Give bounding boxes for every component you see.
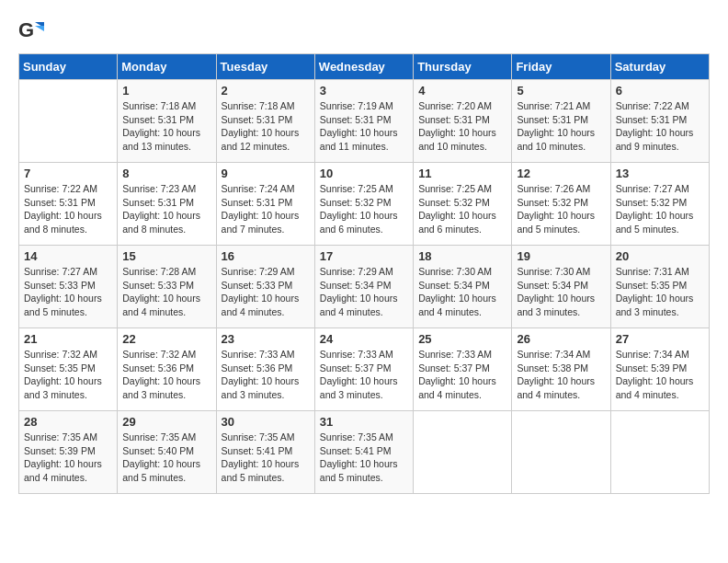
day-info: Sunrise: 7:30 AM Sunset: 5:34 PM Dayligh… xyxy=(517,265,605,319)
day-number: 4 xyxy=(418,84,506,98)
weekday-header-monday: Monday xyxy=(118,54,216,80)
day-number: 21 xyxy=(24,332,112,346)
day-number: 8 xyxy=(122,167,210,180)
day-number: 10 xyxy=(320,167,408,180)
calendar-cell: 13Sunrise: 7:27 AM Sunset: 5:32 PM Dayli… xyxy=(610,163,709,246)
day-info: Sunrise: 7:23 AM Sunset: 5:31 PM Dayligh… xyxy=(122,182,210,236)
day-number: 23 xyxy=(222,332,310,346)
calendar-cell: 14Sunrise: 7:27 AM Sunset: 5:33 PM Dayli… xyxy=(19,246,118,328)
day-number: 22 xyxy=(122,332,210,346)
day-number: 29 xyxy=(122,415,210,429)
day-info: Sunrise: 7:33 AM Sunset: 5:37 PM Dayligh… xyxy=(418,348,506,402)
calendar-cell: 10Sunrise: 7:25 AM Sunset: 5:32 PM Dayli… xyxy=(314,163,413,246)
calendar-cell: 23Sunrise: 7:33 AM Sunset: 5:36 PM Dayli… xyxy=(216,328,314,411)
page-header: G xyxy=(18,18,710,44)
day-number: 30 xyxy=(222,415,310,429)
calendar-cell: 11Sunrise: 7:25 AM Sunset: 5:32 PM Dayli… xyxy=(414,163,512,246)
day-number: 5 xyxy=(517,84,605,98)
day-info: Sunrise: 7:26 AM Sunset: 5:32 PM Dayligh… xyxy=(517,182,605,236)
calendar-cell: 26Sunrise: 7:34 AM Sunset: 5:38 PM Dayli… xyxy=(512,328,610,411)
calendar-week-row: 7Sunrise: 7:22 AM Sunset: 5:31 PM Daylig… xyxy=(19,163,710,246)
calendar-cell: 16Sunrise: 7:29 AM Sunset: 5:33 PM Dayli… xyxy=(216,246,314,328)
logo: G xyxy=(18,18,46,44)
calendar-week-row: 1Sunrise: 7:18 AM Sunset: 5:31 PM Daylig… xyxy=(19,80,710,163)
calendar-cell: 27Sunrise: 7:34 AM Sunset: 5:39 PM Dayli… xyxy=(610,328,709,411)
calendar-cell: 8Sunrise: 7:23 AM Sunset: 5:31 PM Daylig… xyxy=(118,163,216,246)
day-number: 6 xyxy=(616,84,704,98)
day-info: Sunrise: 7:35 AM Sunset: 5:41 PM Dayligh… xyxy=(320,431,408,485)
day-number: 18 xyxy=(418,249,506,263)
day-number: 26 xyxy=(517,332,605,346)
calendar-cell: 25Sunrise: 7:33 AM Sunset: 5:37 PM Dayli… xyxy=(414,328,512,411)
day-info: Sunrise: 7:32 AM Sunset: 5:35 PM Dayligh… xyxy=(24,348,112,402)
day-info: Sunrise: 7:27 AM Sunset: 5:32 PM Dayligh… xyxy=(616,182,704,236)
day-info: Sunrise: 7:29 AM Sunset: 5:33 PM Dayligh… xyxy=(222,265,310,319)
calendar-cell xyxy=(512,411,610,494)
calendar-cell: 24Sunrise: 7:33 AM Sunset: 5:37 PM Dayli… xyxy=(314,328,413,411)
day-number: 7 xyxy=(24,167,112,180)
calendar-cell: 19Sunrise: 7:30 AM Sunset: 5:34 PM Dayli… xyxy=(512,246,610,328)
day-info: Sunrise: 7:18 AM Sunset: 5:31 PM Dayligh… xyxy=(222,99,310,154)
logo-icon: G xyxy=(18,18,44,44)
day-number: 15 xyxy=(122,249,210,263)
weekday-header-wednesday: Wednesday xyxy=(314,54,413,80)
day-number: 14 xyxy=(24,249,112,263)
weekday-header-saturday: Saturday xyxy=(610,54,709,80)
calendar-cell: 2Sunrise: 7:18 AM Sunset: 5:31 PM Daylig… xyxy=(216,80,314,163)
day-number: 2 xyxy=(222,84,310,98)
day-number: 25 xyxy=(418,332,506,346)
calendar-cell xyxy=(610,411,709,494)
day-number: 16 xyxy=(222,249,310,263)
day-number: 11 xyxy=(418,167,506,180)
day-info: Sunrise: 7:19 AM Sunset: 5:31 PM Dayligh… xyxy=(320,99,408,154)
calendar-table: SundayMondayTuesdayWednesdayThursdayFrid… xyxy=(18,53,710,494)
calendar-cell: 18Sunrise: 7:30 AM Sunset: 5:34 PM Dayli… xyxy=(414,246,512,328)
day-info: Sunrise: 7:29 AM Sunset: 5:34 PM Dayligh… xyxy=(320,265,408,319)
calendar-cell: 29Sunrise: 7:35 AM Sunset: 5:40 PM Dayli… xyxy=(118,411,216,494)
calendar-week-row: 14Sunrise: 7:27 AM Sunset: 5:33 PM Dayli… xyxy=(19,246,710,328)
day-number: 28 xyxy=(24,415,112,429)
day-info: Sunrise: 7:33 AM Sunset: 5:37 PM Dayligh… xyxy=(320,348,408,402)
calendar-cell: 17Sunrise: 7:29 AM Sunset: 5:34 PM Dayli… xyxy=(314,246,413,328)
day-number: 31 xyxy=(320,415,408,429)
day-number: 1 xyxy=(122,84,210,98)
day-info: Sunrise: 7:27 AM Sunset: 5:33 PM Dayligh… xyxy=(24,265,112,319)
day-number: 17 xyxy=(320,249,408,263)
day-number: 12 xyxy=(517,167,605,180)
calendar-week-row: 28Sunrise: 7:35 AM Sunset: 5:39 PM Dayli… xyxy=(19,411,710,494)
calendar-cell: 9Sunrise: 7:24 AM Sunset: 5:31 PM Daylig… xyxy=(216,163,314,246)
day-info: Sunrise: 7:25 AM Sunset: 5:32 PM Dayligh… xyxy=(320,182,408,236)
calendar-cell: 7Sunrise: 7:22 AM Sunset: 5:31 PM Daylig… xyxy=(19,163,118,246)
day-info: Sunrise: 7:25 AM Sunset: 5:32 PM Dayligh… xyxy=(418,182,506,236)
day-info: Sunrise: 7:34 AM Sunset: 5:38 PM Dayligh… xyxy=(517,348,605,402)
weekday-header-thursday: Thursday xyxy=(414,54,512,80)
calendar-cell: 3Sunrise: 7:19 AM Sunset: 5:31 PM Daylig… xyxy=(314,80,413,163)
day-number: 13 xyxy=(616,167,704,180)
calendar-cell: 31Sunrise: 7:35 AM Sunset: 5:41 PM Dayli… xyxy=(314,411,413,494)
day-info: Sunrise: 7:24 AM Sunset: 5:31 PM Dayligh… xyxy=(222,182,310,236)
calendar-cell: 22Sunrise: 7:32 AM Sunset: 5:36 PM Dayli… xyxy=(118,328,216,411)
day-info: Sunrise: 7:34 AM Sunset: 5:39 PM Dayligh… xyxy=(616,348,704,402)
day-number: 24 xyxy=(320,332,408,346)
weekday-header-row: SundayMondayTuesdayWednesdayThursdayFrid… xyxy=(19,54,710,80)
calendar-cell: 30Sunrise: 7:35 AM Sunset: 5:41 PM Dayli… xyxy=(216,411,314,494)
day-number: 3 xyxy=(320,84,408,98)
calendar-cell xyxy=(19,80,118,163)
day-info: Sunrise: 7:28 AM Sunset: 5:33 PM Dayligh… xyxy=(122,265,210,319)
day-info: Sunrise: 7:33 AM Sunset: 5:36 PM Dayligh… xyxy=(222,348,310,402)
calendar-week-row: 21Sunrise: 7:32 AM Sunset: 5:35 PM Dayli… xyxy=(19,328,710,411)
day-info: Sunrise: 7:21 AM Sunset: 5:31 PM Dayligh… xyxy=(517,99,605,154)
svg-text:G: G xyxy=(18,18,34,41)
day-number: 9 xyxy=(222,167,310,180)
calendar-cell: 20Sunrise: 7:31 AM Sunset: 5:35 PM Dayli… xyxy=(610,246,709,328)
calendar-cell: 4Sunrise: 7:20 AM Sunset: 5:31 PM Daylig… xyxy=(414,80,512,163)
day-info: Sunrise: 7:22 AM Sunset: 5:31 PM Dayligh… xyxy=(24,182,112,236)
calendar-cell: 28Sunrise: 7:35 AM Sunset: 5:39 PM Dayli… xyxy=(19,411,118,494)
day-info: Sunrise: 7:20 AM Sunset: 5:31 PM Dayligh… xyxy=(418,99,506,154)
calendar-cell: 1Sunrise: 7:18 AM Sunset: 5:31 PM Daylig… xyxy=(118,80,216,163)
day-number: 19 xyxy=(517,249,605,263)
day-info: Sunrise: 7:32 AM Sunset: 5:36 PM Dayligh… xyxy=(122,348,210,402)
day-info: Sunrise: 7:22 AM Sunset: 5:31 PM Dayligh… xyxy=(616,99,704,154)
calendar-cell: 15Sunrise: 7:28 AM Sunset: 5:33 PM Dayli… xyxy=(118,246,216,328)
calendar-cell: 6Sunrise: 7:22 AM Sunset: 5:31 PM Daylig… xyxy=(610,80,709,163)
